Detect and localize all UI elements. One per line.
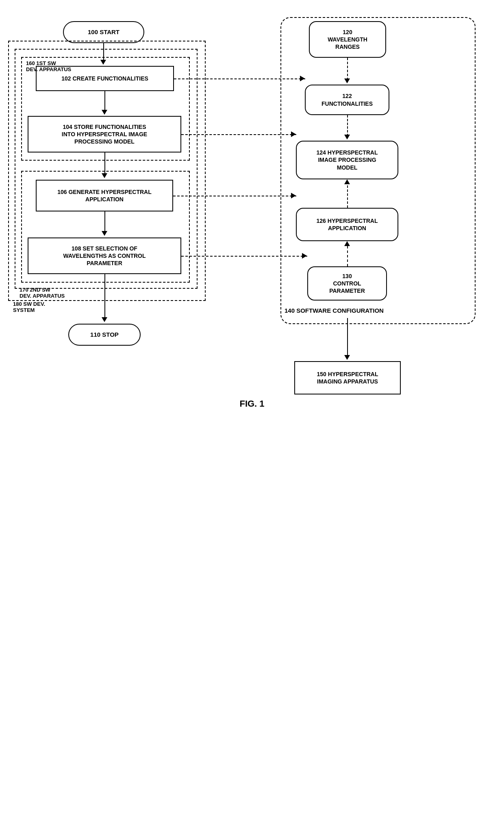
box-180: [8, 41, 206, 301]
node-150: 150 HYPERSPECTRAL IMAGING APPARATUS: [294, 361, 401, 394]
figure-label: FIG. 1: [199, 399, 305, 409]
diagram: 100 START 102 CREATE FUNCTIONALITIES 104…: [0, 0, 504, 805]
stop-label: 110 STOP: [90, 331, 119, 339]
start-label: 100 START: [88, 28, 119, 36]
label-180: 180 SW DEV.SYSTEM: [13, 301, 45, 313]
node-150-label: 150 HYPERSPECTRAL IMAGING APPARATUS: [317, 370, 378, 385]
stop-node: 110 STOP: [68, 324, 141, 346]
box-software-config: [280, 17, 476, 324]
start-node: 100 START: [63, 21, 144, 43]
